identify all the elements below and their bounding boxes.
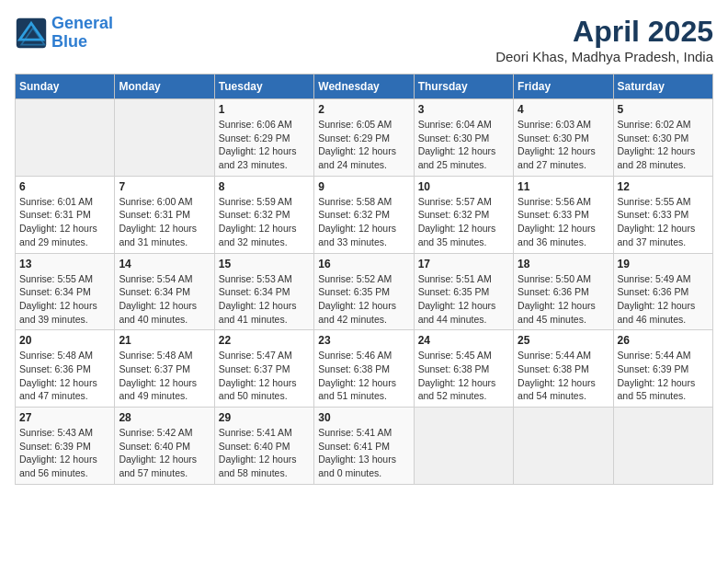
calendar-cell: 22Sunrise: 5:47 AM Sunset: 6:37 PM Dayli… [214, 330, 313, 408]
day-info: Sunrise: 5:41 AM Sunset: 6:41 PM Dayligh… [318, 426, 409, 480]
day-info: Sunrise: 5:53 AM Sunset: 6:34 PM Dayligh… [219, 272, 310, 327]
day-info: Sunrise: 6:02 AM Sunset: 6:30 PM Dayligh… [618, 118, 709, 172]
calendar-cell: 23Sunrise: 5:46 AM Sunset: 6:38 PM Dayli… [314, 330, 414, 408]
calendar-cell: 10Sunrise: 5:57 AM Sunset: 6:32 PM Dayli… [414, 176, 513, 253]
day-number: 28 [119, 411, 210, 424]
calendar-cell: 2Sunrise: 6:05 AM Sunset: 6:29 PM Daylig… [314, 99, 414, 177]
calendar-cell: 30Sunrise: 5:41 AM Sunset: 6:41 PM Dayli… [314, 408, 414, 485]
day-info: Sunrise: 5:54 AM Sunset: 6:34 PM Dayligh… [119, 272, 210, 327]
day-number: 22 [219, 334, 310, 347]
day-number: 5 [618, 103, 709, 116]
logo-line1: General [51, 14, 113, 32]
calendar-cell: 15Sunrise: 5:53 AM Sunset: 6:34 PM Dayli… [214, 253, 313, 330]
day-number: 11 [518, 180, 609, 193]
calendar-cell [16, 99, 115, 177]
calendar-cell: 27Sunrise: 5:43 AM Sunset: 6:39 PM Dayli… [16, 408, 115, 485]
day-info: Sunrise: 5:58 AM Sunset: 6:32 PM Dayligh… [318, 195, 409, 249]
day-info: Sunrise: 5:56 AM Sunset: 6:33 PM Dayligh… [518, 195, 609, 249]
day-number: 2 [318, 103, 409, 116]
day-info: Sunrise: 5:59 AM Sunset: 6:32 PM Dayligh… [219, 195, 310, 249]
main-title: April 2025 [495, 15, 713, 49]
calendar-week-1: 1Sunrise: 6:06 AM Sunset: 6:29 PM Daylig… [16, 99, 713, 177]
day-number: 8 [219, 180, 310, 193]
day-number: 21 [119, 334, 210, 347]
calendar-cell: 6Sunrise: 6:01 AM Sunset: 6:31 PM Daylig… [16, 176, 115, 253]
calendar-cell [613, 408, 712, 485]
day-info: Sunrise: 5:46 AM Sunset: 6:38 PM Dayligh… [318, 349, 409, 403]
day-info: Sunrise: 5:42 AM Sunset: 6:40 PM Dayligh… [119, 426, 210, 480]
day-info: Sunrise: 5:45 AM Sunset: 6:38 PM Dayligh… [418, 349, 509, 403]
day-number: 13 [19, 258, 110, 270]
calendar-cell: 29Sunrise: 5:41 AM Sunset: 6:40 PM Dayli… [214, 408, 313, 485]
day-info: Sunrise: 5:55 AM Sunset: 6:34 PM Dayligh… [19, 272, 110, 327]
day-number: 1 [219, 103, 310, 116]
day-number: 4 [518, 103, 609, 116]
calendar-cell: 8Sunrise: 5:59 AM Sunset: 6:32 PM Daylig… [214, 176, 313, 253]
day-number: 19 [618, 258, 709, 270]
calendar-cell: 1Sunrise: 6:06 AM Sunset: 6:29 PM Daylig… [214, 99, 313, 177]
calendar-week-2: 6Sunrise: 6:01 AM Sunset: 6:31 PM Daylig… [16, 176, 713, 253]
day-info: Sunrise: 6:03 AM Sunset: 6:30 PM Dayligh… [518, 118, 609, 172]
calendar-cell: 20Sunrise: 5:48 AM Sunset: 6:36 PM Dayli… [16, 330, 115, 408]
calendar-body: 1Sunrise: 6:06 AM Sunset: 6:29 PM Daylig… [16, 99, 713, 485]
day-info: Sunrise: 6:01 AM Sunset: 6:31 PM Dayligh… [19, 195, 110, 249]
day-info: Sunrise: 6:05 AM Sunset: 6:29 PM Dayligh… [318, 118, 409, 172]
day-number: 12 [618, 180, 709, 193]
day-info: Sunrise: 5:44 AM Sunset: 6:39 PM Dayligh… [618, 349, 709, 403]
day-info: Sunrise: 6:04 AM Sunset: 6:30 PM Dayligh… [418, 118, 509, 172]
day-number: 20 [19, 334, 110, 347]
day-info: Sunrise: 5:47 AM Sunset: 6:37 PM Dayligh… [219, 349, 310, 403]
calendar-cell: 26Sunrise: 5:44 AM Sunset: 6:39 PM Dayli… [613, 330, 712, 408]
calendar-cell [514, 408, 613, 485]
calendar-week-5: 27Sunrise: 5:43 AM Sunset: 6:39 PM Dayli… [16, 408, 713, 485]
day-number: 25 [518, 334, 609, 347]
calendar-cell: 4Sunrise: 6:03 AM Sunset: 6:30 PM Daylig… [514, 99, 613, 177]
calendar-cell [414, 408, 513, 485]
calendar-cell: 19Sunrise: 5:49 AM Sunset: 6:36 PM Dayli… [613, 253, 712, 330]
day-info: Sunrise: 5:49 AM Sunset: 6:36 PM Dayligh… [618, 272, 709, 327]
calendar-cell: 3Sunrise: 6:04 AM Sunset: 6:30 PM Daylig… [414, 99, 513, 177]
day-info: Sunrise: 5:44 AM Sunset: 6:38 PM Dayligh… [518, 349, 609, 403]
weekday-header-thursday: Thursday [414, 75, 513, 99]
day-number: 27 [19, 411, 110, 424]
day-number: 16 [318, 258, 409, 270]
calendar-cell: 11Sunrise: 5:56 AM Sunset: 6:33 PM Dayli… [514, 176, 613, 253]
calendar-cell [115, 99, 214, 177]
calendar-cell: 16Sunrise: 5:52 AM Sunset: 6:35 PM Dayli… [314, 253, 414, 330]
day-info: Sunrise: 5:41 AM Sunset: 6:40 PM Dayligh… [219, 426, 310, 480]
day-number: 26 [618, 334, 709, 347]
calendar-week-4: 20Sunrise: 5:48 AM Sunset: 6:36 PM Dayli… [16, 330, 713, 408]
calendar-cell: 13Sunrise: 5:55 AM Sunset: 6:34 PM Dayli… [16, 253, 115, 330]
day-number: 29 [219, 411, 310, 424]
weekday-header-row: SundayMondayTuesdayWednesdayThursdayFrid… [16, 75, 713, 99]
title-area: April 2025 Deori Khas, Madhya Pradesh, I… [495, 15, 713, 64]
day-number: 30 [318, 411, 409, 424]
weekday-header-monday: Monday [115, 75, 214, 99]
day-number: 24 [418, 334, 509, 347]
logo-text: General Blue [51, 15, 113, 52]
logo-line2: Blue [51, 32, 87, 51]
calendar-cell: 12Sunrise: 5:55 AM Sunset: 6:33 PM Dayli… [613, 176, 712, 253]
day-info: Sunrise: 5:55 AM Sunset: 6:33 PM Dayligh… [618, 195, 709, 249]
weekday-header-sunday: Sunday [16, 75, 115, 99]
calendar-cell: 28Sunrise: 5:42 AM Sunset: 6:40 PM Dayli… [115, 408, 214, 485]
day-number: 18 [518, 258, 609, 270]
calendar-header: SundayMondayTuesdayWednesdayThursdayFrid… [16, 75, 713, 99]
day-info: Sunrise: 5:51 AM Sunset: 6:35 PM Dayligh… [418, 272, 509, 327]
day-info: Sunrise: 5:50 AM Sunset: 6:36 PM Dayligh… [518, 272, 609, 327]
calendar-cell: 21Sunrise: 5:48 AM Sunset: 6:37 PM Dayli… [115, 330, 214, 408]
calendar-cell: 25Sunrise: 5:44 AM Sunset: 6:38 PM Dayli… [514, 330, 613, 408]
day-info: Sunrise: 5:57 AM Sunset: 6:32 PM Dayligh… [418, 195, 509, 249]
day-number: 9 [318, 180, 409, 193]
day-info: Sunrise: 6:00 AM Sunset: 6:31 PM Dayligh… [119, 195, 210, 249]
day-info: Sunrise: 5:48 AM Sunset: 6:37 PM Dayligh… [119, 349, 210, 403]
calendar-cell: 7Sunrise: 6:00 AM Sunset: 6:31 PM Daylig… [115, 176, 214, 253]
calendar-cell: 5Sunrise: 6:02 AM Sunset: 6:30 PM Daylig… [613, 99, 712, 177]
day-number: 10 [418, 180, 509, 193]
day-info: Sunrise: 6:06 AM Sunset: 6:29 PM Dayligh… [219, 118, 310, 172]
calendar-cell: 18Sunrise: 5:50 AM Sunset: 6:36 PM Dayli… [514, 253, 613, 330]
calendar-week-3: 13Sunrise: 5:55 AM Sunset: 6:34 PM Dayli… [16, 253, 713, 330]
day-number: 7 [119, 180, 210, 193]
day-number: 3 [418, 103, 509, 116]
day-number: 23 [318, 334, 409, 347]
